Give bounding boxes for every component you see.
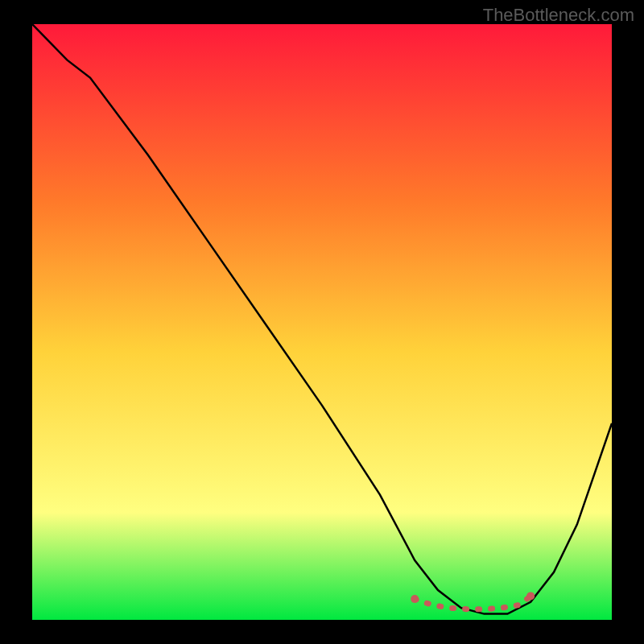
watermark-text: TheBottleneck.com	[483, 5, 634, 26]
chart-svg	[32, 24, 612, 620]
gradient-background	[32, 24, 612, 620]
chart-container	[32, 24, 612, 620]
optimal-range-endpoint	[411, 595, 419, 603]
optimal-range-endpoint	[526, 592, 535, 600]
